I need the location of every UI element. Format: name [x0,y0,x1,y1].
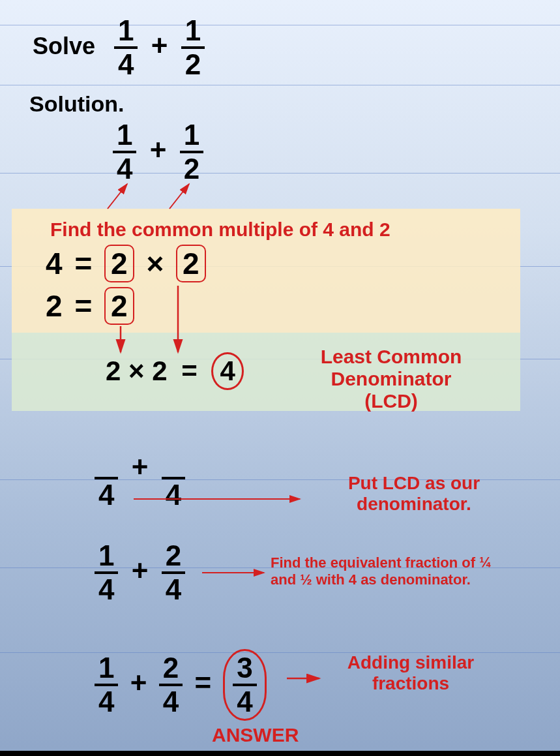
solution-label: Solution. [29,91,124,117]
times-sign: × [142,247,168,280]
note-line: Put LCD as our [316,473,512,494]
lcd-label-line2: (LCD) [267,390,515,412]
note-line: denominator. [316,494,512,515]
factor-lhs: 2 [46,289,63,323]
answer-label: ANSWER [212,724,299,746]
boxed-factor: 2 [104,287,134,325]
put-lcd-note: Put LCD as our denominator. [316,473,512,515]
fraction-denominator: 4 [113,151,136,183]
factor-line-2: 2 = 2 [46,287,134,325]
blank-numerator [98,447,114,477]
plus-sign: + [126,451,154,483]
fraction-numerator: 1 [95,654,118,684]
fraction-numerator: 2 [159,654,183,684]
fraction-denominator: 2 [181,46,205,79]
svg-line-1 [169,184,189,209]
solve-label: Solve [33,33,95,60]
lcd-expression: 2 × 2 = 4 [106,352,244,390]
fraction-numerator: 1 [181,16,205,46]
note-line: fractions [326,673,495,694]
lcd-lhs: 2 × 2 [106,355,168,386]
note-line: Adding similar [326,652,495,673]
final-sum: 1 4 + 2 4 = 3 4 [95,649,267,721]
lcd-label: Least Common Denominator (LCD) [267,346,515,412]
equals-sign: = [190,667,215,699]
equals-sign: = [175,355,204,386]
plus-sign: + [146,29,173,61]
fraction-numerator: 1 [180,121,203,151]
fraction-denominator: 4 [95,571,118,604]
equivalent-fraction-sum: 1 4 + 2 4 [95,541,185,604]
circled-lcd: 4 [211,352,243,390]
equivalent-note: Find the equivalent fraction of ¼ and ½ … [271,554,544,588]
adding-similar-note: Adding similar fractions [326,652,495,694]
fraction-denominator: 2 [180,151,203,183]
equals-sign: = [70,247,96,280]
plus-sign: + [126,667,151,699]
fraction-denominator: 4 [162,477,185,509]
fraction-numerator: 1 [114,16,138,46]
fraction-denominator: 4 [95,684,118,716]
fraction-numerator: 3 [233,654,256,684]
plus-sign: + [145,134,172,166]
plus-sign: + [126,554,154,586]
lcd-label-line1: Least Common Denominator [267,346,515,390]
boxed-factor: 2 [104,245,134,282]
fraction-denominator: 4 [233,684,256,716]
factor-instruction: Find the common multiple of 4 and 2 [50,219,391,241]
factor-line-4: 4 = 2 × 2 [46,245,206,282]
note-line: and ½ with 4 as denominator. [271,571,544,588]
fraction-denominator: 4 [162,571,185,604]
fraction-denominator: 4 [114,46,138,79]
fraction-numerator: 1 [95,541,118,571]
blank-numerator [166,447,181,477]
factor-lhs: 4 [46,247,63,280]
note-line: Find the equivalent fraction of ¼ [271,554,544,571]
fraction-denominator: 4 [95,477,118,509]
blank-fraction-sum: 4 + 4 [95,447,185,509]
equals-sign: = [70,289,96,323]
fraction-denominator: 4 [159,684,183,716]
restated-expression: 1 4 + 1 2 [113,121,203,183]
fraction-numerator: 1 [113,121,136,151]
bottom-bar [0,751,560,756]
boxed-factor: 2 [176,245,206,282]
circled-answer: 3 4 [223,649,266,721]
svg-line-0 [108,184,127,209]
problem-expression: 1 4 + 1 2 [114,16,205,79]
fraction-numerator: 2 [162,541,185,571]
